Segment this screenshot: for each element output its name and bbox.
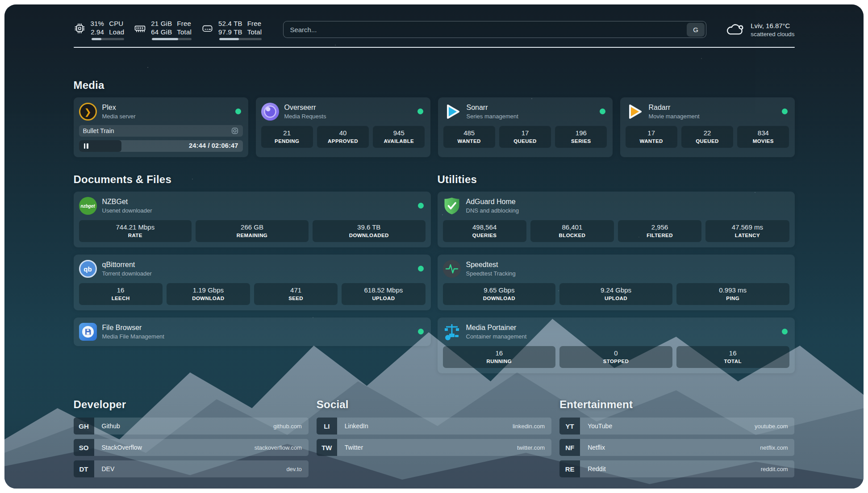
stat-latency: 47.569 ms LATENCY xyxy=(705,220,789,242)
bookmark-netflix[interactable]: NF Netflix netflix.com xyxy=(559,439,794,456)
service-stats: 16 LEECH 1.19 Gbps DOWNLOAD 471 SEED 6 xyxy=(79,283,426,305)
stat-download: 9.65 Gbps DOWNLOAD xyxy=(443,283,556,305)
bookmark-label: YouTube xyxy=(588,422,612,430)
weather-location-temp: Lviv, 16.87°C xyxy=(751,21,794,30)
service-subtitle: DNS and adblocking xyxy=(466,207,519,214)
service-subtitle: Media Requests xyxy=(284,113,326,120)
cpu-usage-value: 31% xyxy=(91,19,104,28)
service-link-filebrowser[interactable]: File Browser Media File Management xyxy=(79,323,426,341)
adguard-icon xyxy=(443,197,461,215)
service-title: AdGuard Home xyxy=(466,197,519,206)
stat-leech: 16 LEECH xyxy=(79,283,163,305)
pause-icon[interactable] xyxy=(84,143,88,149)
search-bar: G xyxy=(283,21,706,38)
memory-total-label: Total xyxy=(177,28,192,36)
service-subtitle: Torrent downloader xyxy=(102,270,152,277)
bookmark-twitter[interactable]: TW Twitter twitter.com xyxy=(317,439,551,456)
qbittorrent-icon: qb xyxy=(79,260,97,278)
service-link-nzbget[interactable]: nzbget NZBGet Usenet downloader xyxy=(79,197,426,215)
status-dot xyxy=(418,329,424,334)
playback-time: 24:44 / 02:06:47 xyxy=(189,142,238,149)
service-stats: 498,564 QUERIES 86,401 BLOCKED 2,956 FIL… xyxy=(443,220,789,242)
cpu-progress-bar xyxy=(92,38,125,40)
view-toggle-icon[interactable] xyxy=(231,127,239,135)
service-title: NZBGet xyxy=(102,197,152,206)
sonarr-icon xyxy=(443,103,461,121)
bookmark-dev[interactable]: DT DEV dev.to xyxy=(74,460,309,477)
bookmark-label: Twitter xyxy=(345,444,363,451)
portainer-icon xyxy=(443,323,461,341)
disk-free-value: 52.4 TB xyxy=(218,19,242,28)
section-title-social: Social xyxy=(317,398,551,411)
service-stats: 744.21 Mbps RATE 266 GB REMAINING 39.6 T… xyxy=(79,220,426,242)
bookmark-group-entertainment: Entertainment YT YouTube youtube.com NF … xyxy=(559,398,794,482)
stat-queued: 17 QUEUED xyxy=(499,126,551,148)
service-stats: 485 WANTED 17 QUEUED 196 SERIES xyxy=(443,126,607,148)
service-link-overseerr[interactable]: Overseerr Media Requests xyxy=(261,103,425,121)
stat-queued: 22 QUEUED xyxy=(681,126,733,148)
service-subtitle: Series management xyxy=(467,113,518,120)
service-subtitle: Media server xyxy=(102,113,136,120)
memory-free-label: Free xyxy=(177,19,192,28)
service-link-radarr[interactable]: Radarr Movie management xyxy=(626,103,789,121)
stat-running: 16 RUNNING xyxy=(443,346,556,368)
plex-now-playing: Bullet Train xyxy=(79,125,243,137)
service-link-sonarr[interactable]: Sonarr Series management xyxy=(443,103,607,121)
service-subtitle: Movie management xyxy=(649,113,700,120)
bookmark-url: dev.to xyxy=(286,466,301,472)
service-link-adguard[interactable]: AdGuard Home DNS and adblocking xyxy=(443,197,789,215)
status-dot xyxy=(600,109,605,114)
service-title: Speedtest xyxy=(466,260,516,269)
resource-widgets: 31% 2.94 CPU Load xyxy=(74,19,262,40)
cpu-usage-label: CPU xyxy=(109,19,124,28)
bookmark-url: youtube.com xyxy=(755,423,788,430)
bookmark-stackoverflow[interactable]: SO StackOverflow stackoverflow.com xyxy=(74,439,309,456)
now-playing-title: Bullet Train xyxy=(83,127,114,134)
bookmark-abbr: SO xyxy=(74,439,94,456)
stat-available: 945 AVAILABLE xyxy=(373,126,425,148)
service-link-plex[interactable]: ❯ Plex Media server xyxy=(79,103,243,121)
stat-seed: 471 SEED xyxy=(254,283,338,305)
service-title: Radarr xyxy=(649,103,700,112)
disk-total-value: 97.9 TB xyxy=(218,28,242,36)
stat-series: 196 SERIES xyxy=(555,126,607,148)
bookmark-youtube[interactable]: YT YouTube youtube.com xyxy=(559,418,794,435)
service-stats: 9.65 Gbps DOWNLOAD 9.24 Gbps UPLOAD 0.99… xyxy=(443,283,789,305)
bookmark-github[interactable]: GH Github github.com xyxy=(74,418,309,435)
service-link-portainer[interactable]: Media Portainer Container management xyxy=(443,323,789,341)
service-stats: 21 PENDING 40 APPROVED 945 AVAILABLE xyxy=(261,126,425,148)
bookmark-url: linkedin.com xyxy=(513,423,545,430)
cpu-load-label: Load xyxy=(109,28,124,36)
plex-progress-bar: 24:44 / 02:06:47 xyxy=(79,140,243,152)
service-subtitle: Media File Management xyxy=(102,333,164,340)
memory-free-value: 21 GiB xyxy=(151,19,172,28)
service-card-sonarr: Sonarr Series management 485 WANTED 17 Q… xyxy=(438,97,613,157)
speedtest-icon xyxy=(443,260,461,278)
memory-total-value: 64 GiB xyxy=(151,28,172,36)
search-engine-button[interactable]: G xyxy=(687,23,705,37)
section-title-media: Media xyxy=(74,79,795,92)
cpu-load-value: 2.94 xyxy=(91,28,104,36)
bookmark-reddit[interactable]: RE Reddit reddit.com xyxy=(559,460,794,477)
service-card-filebrowser: File Browser Media File Management xyxy=(74,318,431,346)
cloud-icon xyxy=(725,22,745,37)
header-divider xyxy=(74,47,795,48)
stat-downloaded: 39.6 TB DOWNLOADED xyxy=(313,220,426,242)
bookmark-label: Netflix xyxy=(588,444,605,451)
nzbget-icon: nzbget xyxy=(79,197,97,215)
service-card-qbittorrent: qb qBittorrent Torrent downloader 16 LEE… xyxy=(74,255,431,310)
header: 31% 2.94 CPU Load xyxy=(74,19,795,40)
service-link-speedtest[interactable]: Speedtest Speedtest Tracking xyxy=(443,260,789,278)
bookmark-label: StackOverflow xyxy=(102,444,142,451)
service-title: Media Portainer xyxy=(466,323,527,332)
bookmark-group-developer: Developer GH Github github.com SO StackO… xyxy=(74,398,309,482)
bookmark-group-social: Social LI LinkedIn linkedin.com TW Twitt… xyxy=(317,398,551,482)
bookmark-linkedin[interactable]: LI LinkedIn linkedin.com xyxy=(317,418,551,435)
bookmark-url: github.com xyxy=(273,423,302,430)
service-link-qbittorrent[interactable]: qb qBittorrent Torrent downloader xyxy=(79,260,426,278)
overseerr-icon xyxy=(261,103,279,121)
bookmark-abbr: NF xyxy=(559,439,580,456)
stat-total: 16 TOTAL xyxy=(676,346,789,368)
search-input[interactable] xyxy=(284,21,687,38)
weather-widget[interactable]: Lviv, 16.87°C scattered clouds xyxy=(725,21,794,38)
